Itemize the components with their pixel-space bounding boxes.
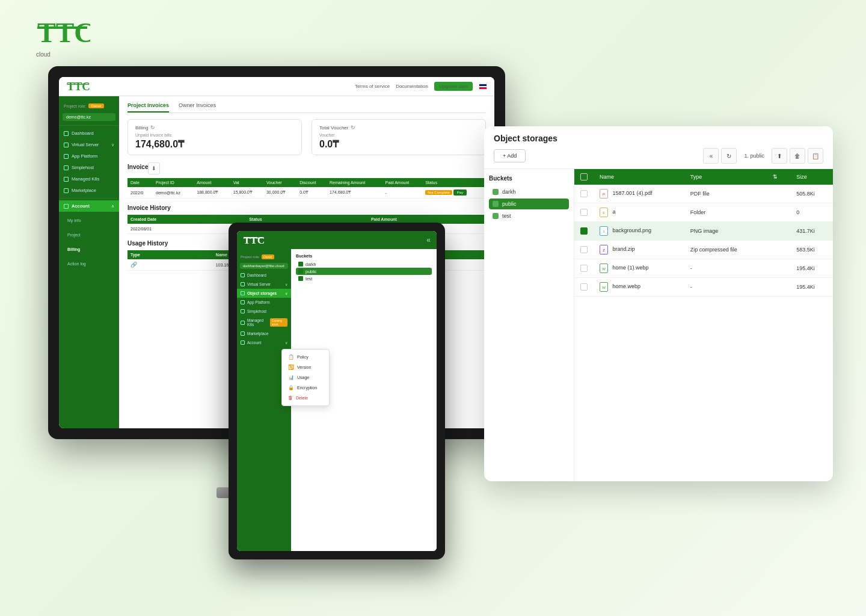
bucket-label-public: public [306, 270, 316, 274]
sidebar-subitem-project[interactable]: Project [59, 226, 119, 241]
sidebar-subitem-actionlog[interactable]: Action log [59, 255, 119, 270]
lp-nav-account[interactable]: Account ∨ [237, 338, 291, 347]
tab-owner-invoices[interactable]: Owner Invoices [179, 102, 216, 112]
file-size-3: 583.5Ki [790, 241, 833, 259]
lp-label-dashboard: Dashboard [247, 273, 266, 277]
sidebar-divider-2 [59, 198, 119, 199]
table-row: 2022/0 demo@ttc.kz 188,800.0₸ 15,800.0₸ … [127, 187, 486, 199]
sidebar-label-virtual-server: Virtual Server [72, 142, 99, 147]
rp-bucket-public[interactable]: public [489, 199, 569, 209]
sidebar-item-account[interactable]: Account ∧ [59, 200, 119, 212]
file-icon-png: I [600, 226, 608, 236]
laptop-screen-inner: TTC « Project role: Owner darkhanbayar@f… [237, 231, 437, 551]
lp-account-icon [241, 340, 245, 345]
row-checkbox-4[interactable] [580, 265, 588, 272]
lp-nav-simplehost[interactable]: Simplehost [237, 307, 291, 316]
export-btn[interactable]: ⬇ [148, 162, 160, 174]
usage-type: 🔗 [127, 259, 213, 271]
lp-label-marketplace: Marketplace [247, 331, 268, 336]
sidebar-divider [59, 125, 119, 126]
col-status: Status [422, 178, 486, 187]
ctx-delete-label: Delete [296, 396, 308, 400]
row-checkbox-2[interactable] [580, 227, 588, 235]
rp-bucket-darkh[interactable]: darkh [489, 186, 569, 197]
voucher-amount: 0.0₸ [319, 138, 478, 150]
ctx-policy[interactable]: 📋 Policy [282, 352, 329, 362]
bucket-item-test[interactable]: test [296, 275, 432, 282]
ctx-delete[interactable]: 🗑 Delete [282, 393, 329, 403]
lp-nav-virtual-server[interactable]: Virtual Server ∨ [237, 280, 291, 289]
sidebar-item-managed-k8s[interactable]: Managed K8s [59, 173, 119, 185]
ctx-usage[interactable]: 📊 Usage [282, 372, 329, 383]
file-icon-webp-1: W [600, 263, 608, 273]
sub-label-billing: Billing [67, 247, 80, 251]
lp-nav-dashboard[interactable]: Dashboard [237, 271, 291, 280]
file-size-2: 431.7Ki [790, 222, 833, 241]
sidebar-item-marketplace[interactable]: Marketplace [59, 185, 119, 196]
project-role-label: Project role: [64, 104, 86, 108]
col-remaining: Remaining Amount [327, 178, 382, 187]
col-amount: Amount [194, 178, 230, 187]
brand-subtitle: cloud [36, 51, 51, 58]
lp-nav-object-storages[interactable]: Object storages ∨ [237, 289, 291, 298]
row-checkbox-0[interactable] [580, 190, 588, 197]
lp-label-simplehost: Simplehost [247, 309, 266, 313]
sidebar-item-dashboard[interactable]: Dashboard [59, 128, 119, 139]
ctx-version[interactable]: 🔁 Version [282, 362, 329, 372]
row-amount: 188,800.0₸ [194, 187, 230, 199]
terms-link[interactable]: Terms of service [355, 84, 390, 89]
tab-project-invoices[interactable]: Project Invoices [127, 102, 169, 112]
lp-owner-badge: Owner [262, 254, 274, 259]
laptop-content: Project role: Owner darkhanbayar@fibo.cl… [237, 249, 437, 551]
lp-nav-app-platform[interactable]: App Platform [237, 298, 291, 307]
row-checkbox-5[interactable] [580, 283, 588, 291]
sidebar-subitem-billing[interactable]: Billing [59, 241, 119, 255]
pay-btn[interactable]: Pay [453, 189, 467, 196]
monitor-sidebar: Project role: Owner demo@ttc.kz Dashboar… [59, 96, 119, 428]
col-date: Date [127, 178, 153, 187]
monitor-project-role: Project role: Owner [59, 101, 119, 111]
rp-copy-btn[interactable]: 📋 [808, 148, 823, 164]
lp-label-object-storages: Object storages [247, 291, 277, 295]
buckets-title: Buckets [296, 254, 432, 258]
file-name-3: brand.zip [613, 246, 635, 252]
table-row: I background.png PNG image 431.7Ki [574, 222, 833, 241]
collapse-icon[interactable]: « [426, 236, 431, 244]
docs-link[interactable]: Documentation [396, 84, 428, 89]
bucket-item-darkh[interactable]: darkh [296, 260, 432, 268]
lp-arrow-server: ∨ [285, 282, 287, 286]
ctx-version-label: Version [297, 365, 311, 369]
laptop-screen-outer: TTC « Project role: Owner darkhanbayar@f… [229, 223, 445, 559]
rp-upload-btn[interactable]: ⬆ [772, 148, 787, 164]
ctx-encryption[interactable]: 🔒 Encryption [282, 383, 329, 393]
rp-delete-btn[interactable]: 🗑 [790, 148, 805, 164]
lp-nav-marketplace[interactable]: Marketplace [237, 329, 291, 338]
table-row: W home (1).webp - 195.4Ki [574, 259, 833, 278]
sidebar-item-app-platform[interactable]: App Platform [59, 150, 119, 162]
rp-prev-btn[interactable]: « [703, 148, 719, 164]
sidebar-item-virtual-server[interactable]: Virtual Server ∨ [59, 139, 119, 150]
unpaid-label: Unpaid Invoice bills [135, 133, 294, 137]
language-flag[interactable] [479, 84, 487, 90]
rp-refresh-btn[interactable]: ↻ [721, 148, 737, 164]
row-checkbox-3[interactable] [580, 246, 588, 253]
row-checkbox-1[interactable] [580, 209, 588, 216]
rp-bucket-label-darkh: darkh [502, 189, 516, 195]
rp-toolbar: + Add « ↻ 1. public ⬆ 🗑 📋 [494, 148, 823, 164]
rp-bucket-label-public: public [502, 201, 517, 207]
upgrade-plan-btn[interactable]: Upgrade plan [434, 82, 473, 91]
lp-coming-badge: Coming soon [270, 318, 287, 327]
rp-body: Buckets darkh public test Name [484, 169, 833, 481]
sidebar-subitem-myinfo[interactable]: My info [59, 212, 119, 226]
file-size-4: 195.4Ki [790, 259, 833, 278]
lp-nav-managed-k8s[interactable]: Managed K8s Coming soon [237, 316, 291, 329]
rp-bucket-test[interactable]: test [489, 211, 569, 221]
lp-arrow-storage: ∨ [285, 291, 287, 295]
sidebar-label-dashboard: Dashboard [72, 131, 94, 136]
col-checkbox [574, 169, 594, 185]
select-all-checkbox[interactable] [580, 173, 588, 180]
rp-add-btn[interactable]: + Add [494, 149, 526, 162]
bucket-item-public[interactable]: public [296, 268, 432, 275]
top-logo: TTC cloud [36, 17, 90, 58]
sidebar-item-simplehost[interactable]: Simplehost [59, 162, 119, 173]
